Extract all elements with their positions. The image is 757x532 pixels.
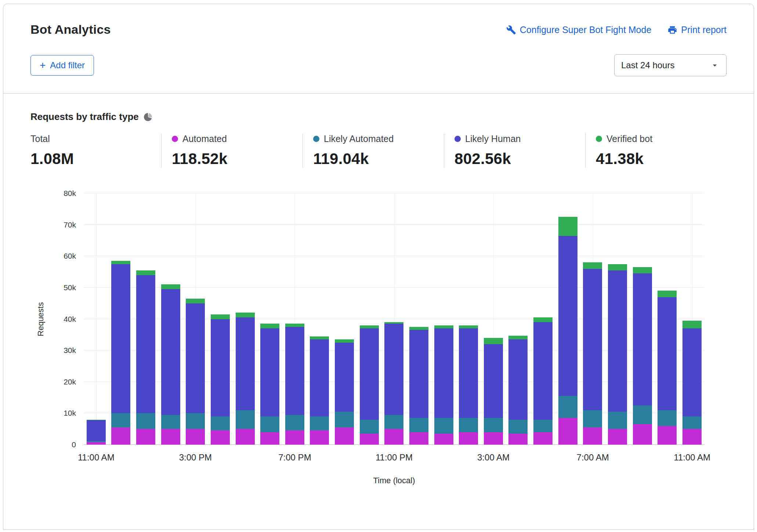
bar-segment-likely-automated — [211, 416, 230, 431]
bar-8-00-am[interactable] — [608, 193, 627, 445]
stat-automated: Automated 118.52k — [161, 134, 303, 168]
bar-segment-likely-automated — [161, 415, 180, 429]
bar-segment-verified-bot — [161, 284, 180, 289]
bar-segment-likely-human — [211, 319, 230, 416]
bar-segment-automated — [558, 418, 577, 445]
x-axis-title: Time (local) — [84, 476, 705, 485]
bar-segment-likely-automated — [608, 412, 627, 429]
header: Bot Analytics Configure Super Bot Fight … — [3, 4, 754, 94]
bar-2-00-am[interactable] — [459, 193, 478, 445]
bar-segment-automated — [409, 432, 428, 445]
bar-segment-likely-automated — [335, 412, 354, 427]
stat-automated-label: Automated — [182, 134, 227, 144]
bar-segment-likely-automated — [111, 413, 130, 427]
bar-segment-verified-bot — [236, 313, 255, 317]
y-tick-label: 50k — [64, 283, 76, 292]
y-tick-label: 10k — [64, 409, 76, 418]
bar-11-00-am[interactable] — [87, 193, 106, 445]
bar-segment-verified-bot — [186, 299, 205, 303]
bar-4-00-am[interactable] — [508, 193, 528, 445]
bar-segment-likely-human — [335, 343, 354, 412]
stat-total-value: 1.08M — [30, 150, 154, 168]
bar-segment-likely-human — [285, 327, 304, 415]
bar-segment-likely-automated — [508, 420, 528, 434]
bar-9-00-am[interactable] — [633, 193, 652, 445]
bar-segment-likely-human — [459, 328, 478, 418]
bar-11-00-pm[interactable] — [384, 193, 403, 445]
stat-likely-automated: Likely Automated 119.04k — [303, 134, 444, 168]
bar-segment-likely-automated — [384, 415, 403, 429]
stat-total: Total 1.08M — [30, 134, 161, 168]
bar-1-00-pm[interactable] — [136, 193, 155, 445]
chevron-down-icon — [710, 61, 720, 70]
bar-segment-likely-human — [310, 339, 329, 416]
bar-segment-likely-human — [260, 328, 279, 416]
time-range-select[interactable]: Last 24 hours — [614, 54, 727, 76]
plot-area — [84, 193, 705, 445]
bar-3-00-pm[interactable] — [186, 193, 205, 445]
bar-8-00-pm[interactable] — [310, 193, 329, 445]
bar-1-00-am[interactable] — [434, 193, 453, 445]
configure-super-bot-fight-mode-link[interactable]: Configure Super Bot Fight Mode — [506, 25, 652, 35]
bars — [84, 193, 705, 445]
printer-icon — [667, 25, 677, 35]
bar-5-00-am[interactable] — [533, 193, 553, 445]
bar-segment-automated — [508, 434, 528, 445]
bar-7-00-am[interactable] — [583, 193, 602, 445]
bar-2-00-pm[interactable] — [161, 193, 180, 445]
bar-segment-automated — [459, 432, 478, 445]
add-filter-label: Add filter — [50, 60, 85, 70]
bar-segment-likely-human — [484, 344, 503, 418]
bar-10-00-pm[interactable] — [360, 193, 379, 445]
bar-6-00-am[interactable] — [558, 193, 577, 445]
print-report-link[interactable]: Print report — [667, 25, 727, 35]
bar-segment-likely-automated — [459, 418, 478, 432]
bar-4-00-pm[interactable] — [211, 193, 230, 445]
bar-10-00-am[interactable] — [658, 193, 677, 445]
bar-segment-likely-human — [186, 303, 205, 413]
bar-segment-likely-human — [658, 297, 677, 410]
x-tick-label: 3:00 PM — [179, 452, 212, 463]
main-content: Requests by traffic type Total 1.08M Aut… — [3, 111, 754, 487]
pie-chart-icon[interactable] — [144, 113, 152, 121]
bar-segment-likely-automated — [658, 410, 677, 426]
bar-3-00-am[interactable] — [484, 193, 503, 445]
bar-segment-likely-human — [360, 328, 379, 419]
bar-segment-likely-human — [533, 322, 553, 419]
bar-segment-verified-bot — [608, 264, 627, 270]
verified-bot-legend-dot — [596, 136, 602, 142]
print-link-label: Print report — [681, 25, 727, 35]
wrench-icon — [506, 25, 516, 35]
bar-segment-verified-bot — [682, 321, 702, 328]
bar-segment-likely-automated — [558, 396, 577, 418]
bar-segment-likely-human — [682, 328, 702, 416]
bar-segment-likely-human — [434, 328, 453, 418]
bar-segment-verified-bot — [260, 324, 279, 328]
bar-12-00-pm[interactable] — [111, 193, 130, 445]
bar-segment-verified-bot — [633, 267, 652, 273]
time-range-value: Last 24 hours — [621, 60, 674, 70]
page-title: Bot Analytics — [30, 22, 111, 37]
bar-segment-likely-human — [633, 273, 652, 405]
bar-segment-likely-human — [508, 339, 528, 419]
bar-12-00-am[interactable] — [409, 193, 428, 445]
bar-6-00-pm[interactable] — [260, 193, 279, 445]
stat-likely-human-label: Likely Human — [465, 134, 521, 144]
bar-11-00-am[interactable] — [682, 193, 702, 445]
y-tick-label: 20k — [64, 378, 76, 386]
bar-segment-automated — [285, 430, 304, 445]
y-axis-labels: 010k20k30k40k50k60k70k80k — [30, 193, 82, 445]
bar-5-00-pm[interactable] — [236, 193, 255, 445]
bar-segment-automated — [533, 432, 553, 445]
section-title: Requests by traffic type — [30, 111, 139, 123]
bar-segment-verified-bot — [111, 261, 130, 264]
bar-segment-likely-human — [608, 270, 627, 412]
bar-7-00-pm[interactable] — [285, 193, 304, 445]
bar-segment-likely-automated — [484, 418, 503, 432]
x-tick-label: 7:00 PM — [278, 452, 311, 463]
bar-segment-automated — [211, 430, 230, 445]
add-filter-button[interactable]: + Add filter — [30, 55, 94, 76]
bar-9-00-pm[interactable] — [335, 193, 354, 445]
bar-segment-automated — [111, 427, 130, 445]
bar-segment-verified-bot — [409, 327, 428, 330]
